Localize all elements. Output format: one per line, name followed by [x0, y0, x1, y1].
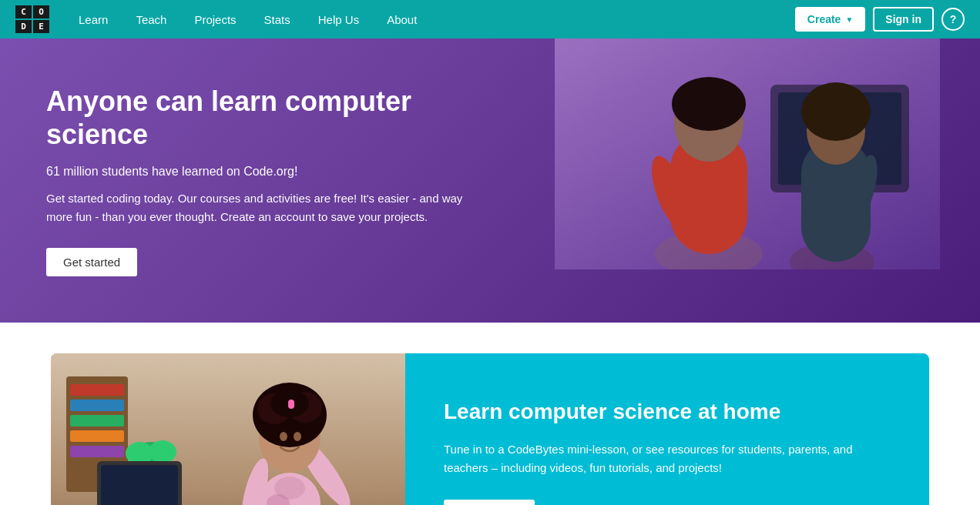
nav-link-about[interactable]: About: [373, 0, 431, 38]
nav-links: Learn Teach Projects Stats Help Us About: [65, 0, 795, 38]
logo-cell-d: D: [15, 20, 32, 33]
hero-subtitle: 61 million students have learned on Code…: [46, 165, 508, 179]
hero-title: Anyone can learn computer science: [46, 85, 508, 151]
hero-section: Anyone can learn computer science 61 mil…: [0, 38, 980, 323]
hero-illustration: [555, 38, 940, 269]
signin-button[interactable]: Sign in: [873, 7, 934, 32]
hero-get-started-button[interactable]: Get started: [46, 248, 137, 276]
second-section: Learn computer science at home Tune in t…: [51, 353, 929, 505]
svg-rect-16: [70, 400, 124, 411]
navbar: C O D E Learn Teach Projects Stats Help …: [0, 0, 980, 38]
create-label: Create: [807, 13, 841, 25]
nav-actions: Create ▼ Sign in ?: [795, 7, 965, 32]
svg-rect-15: [70, 384, 124, 396]
second-section-wrapper: Learn computer science at home Tune in t…: [0, 323, 980, 505]
hero-content: Anyone can learn computer science 61 mil…: [0, 38, 555, 323]
nav-link-teach[interactable]: Teach: [122, 0, 180, 38]
nav-link-projects[interactable]: Projects: [180, 0, 250, 38]
logo-cell-c: C: [15, 5, 32, 18]
logo-cell-e: E: [33, 20, 49, 33]
second-section-content: Learn computer science at home Tune in t…: [405, 353, 929, 505]
second-illustration: [51, 353, 405, 505]
chevron-down-icon: ▼: [845, 15, 853, 24]
nav-link-learn[interactable]: Learn: [65, 0, 122, 38]
svg-point-45: [294, 432, 301, 441]
nav-link-stats[interactable]: Stats: [250, 0, 304, 38]
logo-cell-o: O: [33, 5, 49, 18]
svg-rect-18: [70, 430, 124, 442]
second-section-image: [51, 353, 405, 505]
logo[interactable]: C O D E: [15, 5, 49, 33]
svg-rect-26: [101, 465, 178, 505]
svg-point-10: [801, 82, 871, 141]
second-description: Tune in to a CodeBytes mini-lesson, or s…: [444, 440, 891, 479]
create-button[interactable]: Create ▼: [795, 7, 866, 32]
nav-link-helpus[interactable]: Help Us: [304, 0, 373, 38]
svg-point-44: [280, 432, 287, 441]
help-icon-button[interactable]: ?: [941, 8, 965, 31]
second-get-started-button[interactable]: Get started: [444, 500, 535, 505]
svg-point-6: [672, 77, 746, 131]
svg-point-23: [149, 440, 176, 463]
hero-image: [555, 38, 940, 323]
svg-rect-19: [70, 446, 124, 457]
svg-rect-43: [288, 400, 294, 409]
svg-rect-17: [70, 415, 124, 426]
second-title: Learn computer science at home: [444, 398, 891, 425]
hero-description: Get started coding today. Our courses an…: [46, 189, 478, 226]
